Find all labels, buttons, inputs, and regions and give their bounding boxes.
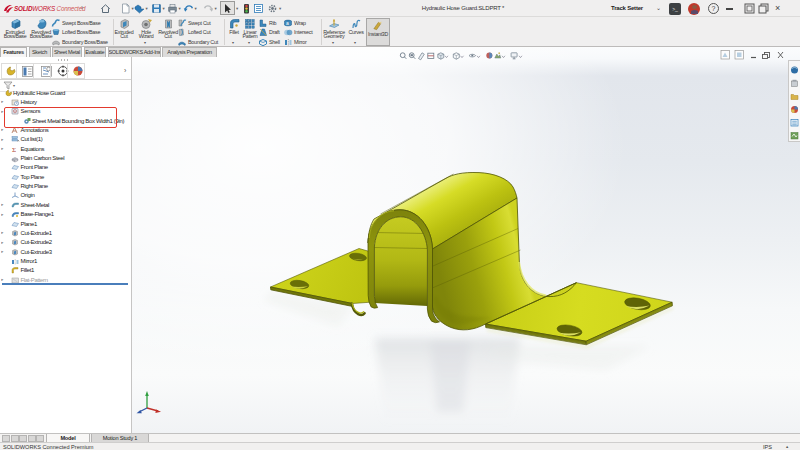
svg-text:Σ: Σ: [12, 146, 16, 154]
svg-text:a: a: [286, 20, 289, 26]
